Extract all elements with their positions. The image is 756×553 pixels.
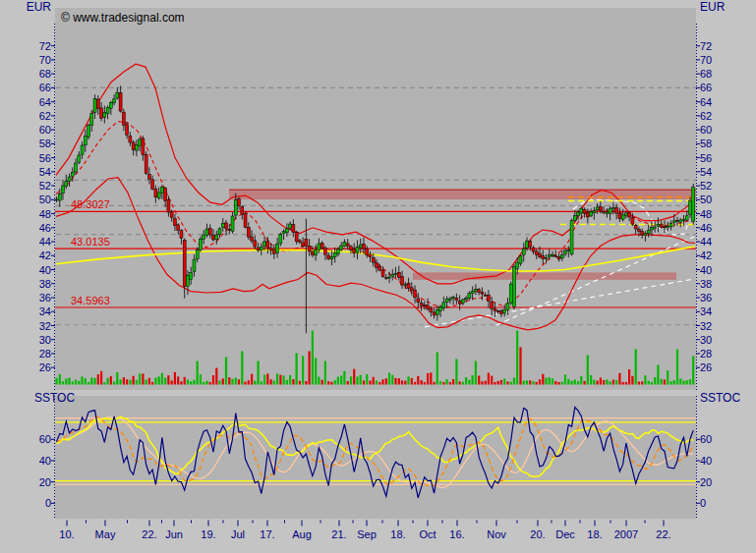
price-tick-label: 44: [0, 237, 51, 248]
date-tick-label: Aug: [282, 529, 321, 540]
date-tick-label: May: [86, 529, 125, 540]
stoch-tick-label: 20: [0, 477, 51, 488]
support-level-label: 34.5963: [71, 296, 110, 306]
date-tick-label: 2007: [607, 529, 646, 540]
stoch-tick-label: 60: [700, 434, 712, 445]
price-tick-label: 30: [0, 335, 51, 346]
support-level-label: 43.0135: [71, 237, 110, 248]
stoch-tick-label: 40: [700, 456, 712, 467]
price-tick-label: 60: [0, 125, 51, 136]
price-tick-label: 72: [0, 41, 51, 52]
price-tick-label: 64: [0, 97, 51, 108]
price-tick-label: 64: [700, 97, 712, 108]
price-tick-label: 34: [700, 306, 712, 317]
price-tick-label: 56: [700, 153, 712, 164]
price-tick-label: 60: [700, 125, 712, 136]
price-tick-label: 30: [700, 335, 712, 346]
date-tick-label: 22.: [644, 529, 683, 540]
price-axis-symbol-left: EUR: [0, 0, 51, 14]
price-tick-label: 62: [700, 111, 712, 122]
price-tick-label: 42: [0, 250, 51, 261]
price-tick-label: 56: [0, 153, 51, 164]
price-tick-label: 36: [700, 293, 712, 304]
support-level-label: 48.3027: [71, 199, 110, 210]
price-tick-label: 34: [0, 306, 51, 317]
date-tick-label: Nov: [477, 529, 516, 540]
price-tick-label: 58: [0, 138, 51, 149]
price-tick-label: 52: [0, 181, 51, 192]
stoch-tick-label: 0: [0, 498, 51, 509]
price-tick-label: 26: [0, 362, 51, 373]
price-tick-label: 38: [0, 279, 51, 290]
date-tick-label: Jun: [154, 529, 194, 540]
price-tick-label: 70: [0, 55, 51, 66]
price-tick-label: 50: [0, 194, 51, 205]
price-tick-label: 52: [700, 181, 712, 192]
price-axis-symbol-right: EUR: [700, 0, 725, 14]
price-tick-label: 54: [0, 167, 51, 178]
chart-window: EUR EUR © www.tradesignal.com SSTOC SSTO…: [0, 0, 756, 553]
price-tick-label: 38: [700, 279, 712, 290]
price-tick-label: 28: [700, 349, 712, 359]
price-tick-label: 68: [0, 69, 51, 80]
price-tick-label: 48: [0, 209, 51, 220]
price-tick-label: 28: [0, 349, 51, 359]
price-tick-label: 32: [700, 321, 712, 332]
price-tick-label: 26: [700, 362, 712, 373]
date-tick-label: 17.: [248, 529, 287, 540]
price-tick-label: 50: [700, 194, 712, 205]
price-tick-label: 54: [700, 167, 712, 178]
chart-canvas: [0, 0, 756, 553]
price-tick-label: 36: [0, 293, 51, 304]
date-tick-label: 10.: [47, 529, 87, 540]
price-tick-label: 48: [700, 209, 712, 220]
price-tick-label: 42: [700, 250, 712, 261]
stoch-pane-label-right: SSTOC: [700, 391, 740, 405]
price-tick-label: 46: [700, 223, 712, 234]
price-tick-label: 62: [0, 111, 51, 122]
price-tick-label: 66: [700, 83, 712, 93]
stoch-tick-label: 20: [700, 477, 712, 488]
price-tick-label: 46: [0, 223, 51, 234]
stoch-tick-label: 60: [0, 434, 51, 445]
price-tick-label: 40: [700, 265, 712, 276]
copyright-text: © www.tradesignal.com: [61, 11, 185, 25]
price-tick-label: 32: [0, 321, 51, 332]
stoch-tick-label: 0: [700, 498, 706, 509]
price-tick-label: 70: [700, 55, 712, 66]
price-tick-label: 44: [700, 237, 712, 248]
price-tick-label: 66: [0, 83, 51, 93]
price-tick-label: 58: [700, 138, 712, 149]
price-tick-label: 40: [0, 265, 51, 276]
stoch-pane-label-left: SSTOC: [34, 391, 75, 405]
stoch-tick-label: 40: [0, 456, 51, 467]
date-tick-label: 16.: [437, 529, 477, 540]
price-tick-label: 68: [700, 69, 712, 80]
price-tick-label: 72: [700, 41, 712, 52]
